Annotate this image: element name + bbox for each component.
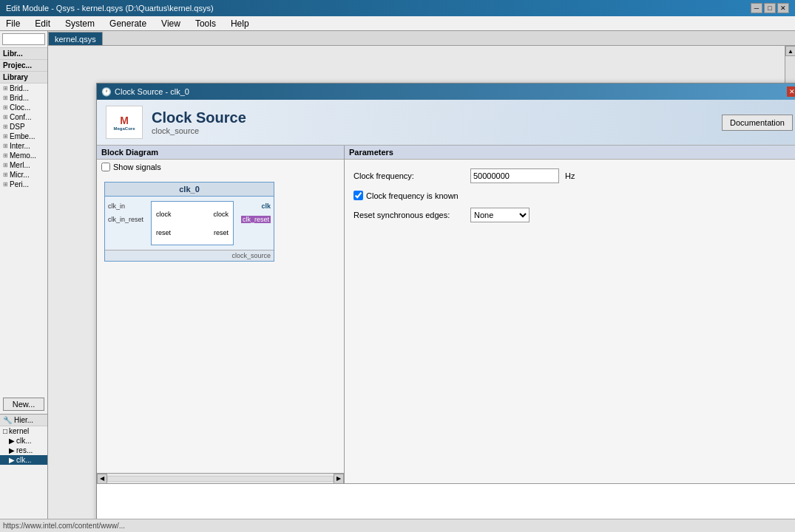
tree-item-merlin[interactable]: ⊞Merl... <box>0 160 47 170</box>
inner-port-clock-left: clock <box>156 211 172 218</box>
sidebar: Libr... Projec... Library ⊞Brid... ⊞Brid… <box>0 31 48 532</box>
port-clk-in: clk_in <box>108 202 143 210</box>
clock-source-dialog: 🕐 Clock Source - clk_0 ✕ M MegaCore Cloc… <box>96 83 795 532</box>
dialog-main-title: Clock Source <box>152 109 246 126</box>
component-title: clk_0 <box>105 183 274 197</box>
hierarchy-panel: 🔧 Hier... □kernel ▶clk... ▶res... ▶clk..… <box>0 414 47 532</box>
reset-sync-row: Reset synchronous edges: None Deassert A… <box>353 208 793 222</box>
library-header: Libr... <box>0 48 47 60</box>
tree-item-config[interactable]: ⊞Conf... <box>0 112 47 122</box>
block-diagram-canvas: clk_0 clk_in clk_in_reset <box>97 174 344 473</box>
tree-item-clock[interactable]: ⊞Cloc... <box>0 103 47 112</box>
hierarchy-title: 🔧 Hier... <box>0 415 47 426</box>
library-section-label: Library <box>0 72 47 83</box>
parameters-header: Parameters <box>345 146 795 160</box>
menu-edit[interactable]: Edit <box>32 18 53 30</box>
scroll-right-button[interactable]: ▶ <box>334 474 344 484</box>
tree-item-bridge2[interactable]: ⊞Brid... <box>0 93 47 103</box>
horizontal-scrollbar: ◀ ▶ <box>97 473 344 483</box>
status-text: https://www.intel.com/content/www/... <box>3 522 125 530</box>
dialog-title-info: Clock Source clock_source <box>152 109 246 135</box>
hier-item-clk1[interactable]: ▶clk... <box>0 436 47 446</box>
window-title: Edit Module - Qsys - kernel.qsys (D:\Qua… <box>6 4 214 13</box>
dialog-header-left: M MegaCore Clock Source clock_source <box>106 106 246 139</box>
tab-strip: kernel.qsys <box>48 31 795 46</box>
clock-freq-unit: Hz <box>565 171 575 180</box>
title-bar: Edit Module - Qsys - kernel.qsys (D:\Qua… <box>0 0 795 16</box>
minimize-button[interactable]: ─ <box>751 3 762 13</box>
tree-item-peri[interactable]: ⊞Peri... <box>0 180 47 189</box>
inner-port-clock-right: clock <box>213 211 229 218</box>
status-bar: https://www.intel.com/content/www/... <box>0 519 795 532</box>
menu-file[interactable]: File <box>3 18 23 30</box>
inner-port-reset-left: reset <box>156 229 171 236</box>
main-container: Libr... Projec... Library ⊞Brid... ⊞Brid… <box>0 31 795 532</box>
documentation-button[interactable]: Documentation <box>722 115 793 131</box>
tree-item-interface[interactable]: ⊞Inter... <box>0 141 47 151</box>
reset-sync-select[interactable]: None Deassert Assert Both <box>470 208 530 222</box>
clock-freq-input[interactable] <box>470 168 559 183</box>
dialog-subtitle: clock_source <box>152 126 246 135</box>
menu-system[interactable]: System <box>62 18 98 30</box>
hierarchy-tree: □kernel ▶clk... ▶res... ▶clk... <box>0 426 47 532</box>
inner-port-row-reset: reset reset <box>153 229 231 236</box>
library-tree: ⊞Brid... ⊞Brid... ⊞Cloc... ⊞Conf... ⊞DSP… <box>0 83 47 395</box>
block-inner: clk_in clk_in_reset clock clock <box>105 197 274 250</box>
tab-kernel[interactable]: kernel.qsys <box>48 32 103 45</box>
title-bar-controls: ─ □ ✕ <box>751 3 789 13</box>
tree-item-memory[interactable]: ⊞Memo... <box>0 151 47 160</box>
port-clk-reset: clk_reset <box>241 216 271 223</box>
scroll-track-horizontal <box>107 476 334 482</box>
window-title-text: Edit Module - Qsys - kernel.qsys (D:\Qua… <box>6 4 214 13</box>
sidebar-search-container <box>0 31 47 48</box>
dialog-header: M MegaCore Clock Source clock_source Doc… <box>97 100 795 146</box>
tree-item-dsp[interactable]: ⊞DSP <box>0 122 47 132</box>
parameters-panel: Parameters Clock frequency: Hz <box>345 146 795 483</box>
scroll-up-button[interactable]: ▲ <box>785 46 795 56</box>
tree-item-embedded[interactable]: ⊞Embe... <box>0 132 47 141</box>
tree-item-bridge1[interactable]: ⊞Brid... <box>0 83 47 93</box>
port-clk-in-reset: clk_in_reset <box>108 216 143 223</box>
component-footer: clock_source <box>105 250 274 261</box>
inner-port-row-clock: clock clock <box>153 211 231 218</box>
search-input[interactable] <box>2 33 45 45</box>
hier-item-clk2[interactable]: ▶clk... <box>0 455 47 465</box>
block-component: clk_0 clk_in clk_in_reset <box>104 182 274 262</box>
clock-freq-label: Clock frequency: <box>353 171 464 180</box>
dialog-body: Block Diagram Show signals clk_0 <box>97 146 795 483</box>
close-button[interactable]: ✕ <box>777 3 789 13</box>
clock-known-label: Clock frequency is known <box>366 191 477 200</box>
hier-item-kernel[interactable]: □kernel <box>0 426 47 436</box>
inner-port-reset-right: reset <box>214 229 229 236</box>
new-button[interactable]: New... <box>3 398 44 411</box>
dialog-title-text: 🕐 Clock Source - clk_0 <box>101 87 189 97</box>
block-diagram-panel: Block Diagram Show signals clk_0 <box>97 146 345 483</box>
menu-help[interactable]: Help <box>228 18 252 30</box>
ports-right: clk clk_reset <box>238 197 274 250</box>
port-clk: clk <box>261 202 271 210</box>
dialog-title-bar: 🕐 Clock Source - clk_0 ✕ <box>97 83 795 100</box>
show-signals-label: Show signals <box>113 163 161 171</box>
scroll-left-button[interactable]: ◀ <box>97 474 107 484</box>
menu-view[interactable]: View <box>158 18 183 30</box>
parameters-grid: Clock frequency: Hz Clock frequency is k… <box>345 160 795 231</box>
clock-known-row: Clock frequency is known <box>353 191 793 200</box>
inner-component-box: clock clock reset reset <box>151 201 234 245</box>
show-signals-row: Show signals <box>97 160 344 174</box>
dialog-close-button[interactable]: ✕ <box>787 86 795 97</box>
ports-left: clk_in clk_in_reset <box>105 197 146 250</box>
hier-item-reset[interactable]: ▶res... <box>0 446 47 455</box>
menu-tools[interactable]: Tools <box>192 18 219 30</box>
project-header: Projec... <box>0 60 47 72</box>
show-signals-checkbox[interactable] <box>101 163 110 171</box>
megacore-logo: M MegaCore <box>106 106 143 139</box>
menu-generate[interactable]: Generate <box>106 18 149 30</box>
maximize-button[interactable]: □ <box>764 3 776 13</box>
clock-freq-row: Clock frequency: Hz <box>353 168 793 183</box>
clock-known-checkbox[interactable] <box>353 191 363 200</box>
block-diagram-header: Block Diagram <box>97 146 344 160</box>
menu-bar: File Edit System Generate View Tools Hel… <box>0 16 795 31</box>
tree-item-micro[interactable]: ⊞Micr... <box>0 170 47 180</box>
reset-sync-label: Reset synchronous edges: <box>353 211 464 219</box>
